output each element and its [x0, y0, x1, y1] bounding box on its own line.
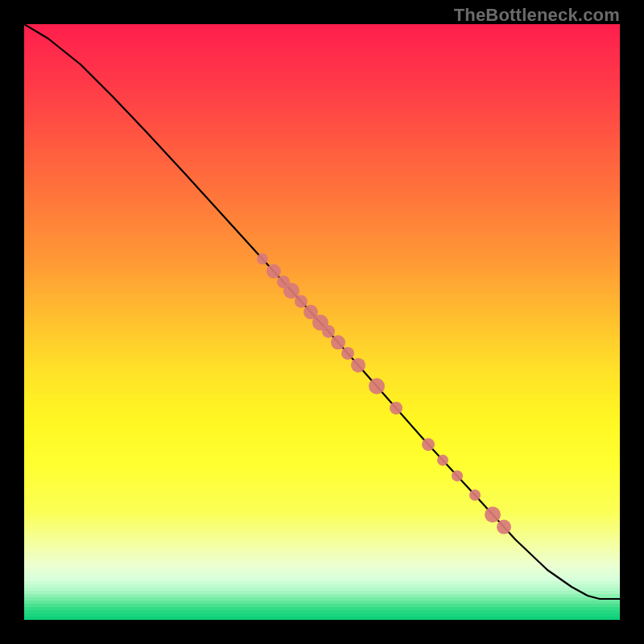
data-point	[497, 520, 511, 535]
data-point	[266, 264, 281, 279]
data-point	[469, 489, 481, 501]
data-point	[331, 335, 345, 349]
chart-frame: TheBottleneck.com	[0, 0, 644, 644]
data-point	[322, 325, 335, 338]
plot-area	[24, 24, 620, 620]
data-point	[295, 295, 308, 308]
data-point	[257, 254, 268, 265]
data-point	[369, 378, 385, 394]
chart-overlay	[24, 24, 620, 620]
data-point	[485, 506, 501, 522]
primary-curve	[24, 24, 620, 599]
data-point	[452, 470, 463, 481]
data-point	[351, 358, 365, 373]
watermark-label: TheBottleneck.com	[454, 5, 620, 26]
data-point	[437, 455, 448, 466]
data-point	[341, 347, 354, 360]
data-point	[390, 402, 402, 415]
data-point	[422, 438, 435, 451]
